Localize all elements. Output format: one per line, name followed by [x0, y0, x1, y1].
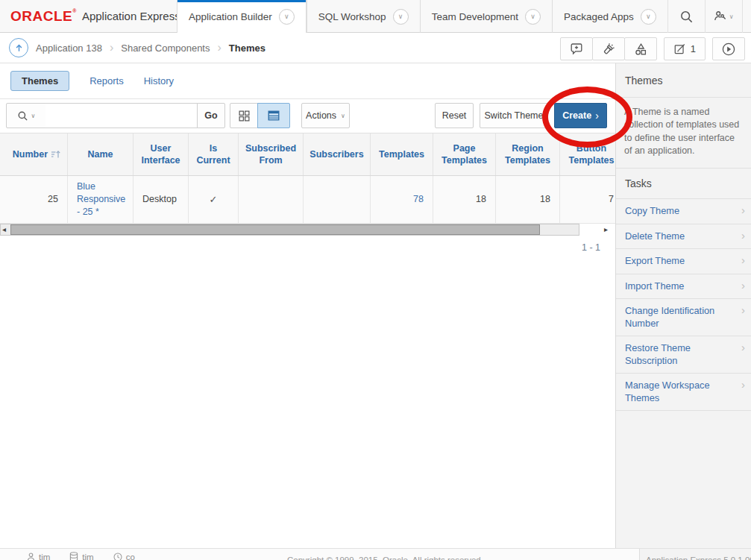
- cell-subscribed-from: [239, 176, 304, 223]
- global-search-button[interactable]: [667, 0, 705, 33]
- chevron-right-icon: ›: [741, 379, 745, 391]
- task-export-theme[interactable]: Export Theme ›: [616, 249, 751, 274]
- chevron-down-icon[interactable]: ∨: [525, 9, 541, 25]
- chevron-down-icon[interactable]: ∨: [641, 9, 656, 25]
- create-button[interactable]: Create ›: [554, 103, 607, 128]
- themes-report: Number Name User Interface Is Current Su…: [0, 133, 615, 224]
- task-manage-workspace-themes[interactable]: Manage Workspace Themes ›: [616, 374, 751, 411]
- horizontal-scrollbar[interactable]: ◂ ▸: [0, 224, 615, 237]
- tab-team-development[interactable]: Team Development ∨: [420, 0, 552, 33]
- shared-components-button[interactable]: [624, 37, 657, 60]
- column-header-button-templates[interactable]: Button Templates: [560, 133, 615, 175]
- column-header-templates[interactable]: Templates: [371, 133, 433, 175]
- chevron-right-icon: ›: [741, 304, 745, 317]
- oracle-brand-text: ORACLE®: [10, 8, 77, 25]
- reset-button[interactable]: Reset: [435, 103, 474, 128]
- column-header-page-templates[interactable]: Page Templates: [433, 133, 496, 175]
- breadcrumb-application[interactable]: Application 138: [36, 43, 102, 54]
- column-header-subscribers[interactable]: Subscribers: [304, 133, 371, 175]
- cell-page-templates: 18: [433, 176, 496, 223]
- feedback-button[interactable]: [560, 37, 593, 60]
- shapes-icon: [634, 43, 647, 56]
- search-icon: [679, 10, 694, 24]
- chevron-right-icon: ›: [741, 230, 745, 242]
- breadcrumb-actions: 1: [560, 37, 745, 60]
- task-import-theme[interactable]: Import Theme ›: [616, 274, 751, 300]
- tab-themes[interactable]: Themes: [10, 71, 69, 91]
- scroll-right-arrow-icon[interactable]: ▸: [604, 225, 608, 234]
- tab-packaged-apps[interactable]: Packaged Apps ∨: [552, 0, 667, 33]
- scroll-left-arrow-icon[interactable]: ◂: [2, 225, 6, 234]
- sidebar-description: A Theme is a named collection of templat…: [616, 98, 751, 169]
- search-input[interactable]: [45, 103, 198, 128]
- tab-reports[interactable]: Reports: [89, 75, 124, 86]
- task-change-identification-number[interactable]: Change Identification Number ›: [616, 299, 751, 336]
- chevron-down-icon[interactable]: ∨: [393, 9, 409, 25]
- report-view-button[interactable]: [257, 103, 290, 128]
- search-icon: [17, 110, 28, 122]
- chevron-down-icon: ∨: [729, 13, 734, 20]
- cell-templates: 78: [371, 176, 433, 223]
- help-menu-button[interactable]: ? ∨: [742, 0, 751, 33]
- registered-mark: ®: [72, 8, 77, 13]
- footer-schema-value: tim: [82, 553, 93, 560]
- report-toolbar: ∨ Go Actions ∨ Reset Switch Theme C: [0, 99, 615, 133]
- icon-view-button[interactable]: [230, 103, 259, 128]
- column-header-region-templates[interactable]: Region Templates: [496, 133, 560, 175]
- chevron-down-icon[interactable]: ∨: [279, 9, 295, 25]
- create-label: Create: [562, 110, 591, 121]
- task-delete-theme[interactable]: Delete Theme ›: [616, 224, 751, 250]
- tab-label: Team Development: [432, 11, 518, 22]
- report-view-icon: [268, 110, 280, 122]
- chevron-right-icon: ›: [741, 254, 745, 267]
- footer: tim tim co Copyright © 1999, 2015, Oracl…: [0, 548, 751, 560]
- chevron-right-icon: ›: [741, 280, 745, 292]
- tab-history[interactable]: History: [144, 75, 174, 86]
- cell-region-templates: 18: [496, 176, 560, 223]
- scrollbar-thumb[interactable]: [10, 224, 540, 235]
- feedback-balloon-icon: [570, 43, 583, 56]
- column-header-name[interactable]: Name: [68, 133, 133, 175]
- chevron-glyph: ∨: [398, 13, 403, 20]
- footer-schema: tim: [69, 552, 93, 560]
- column-header-label: Subscribers: [309, 148, 363, 160]
- edit-page-number: 1: [691, 43, 696, 54]
- tab-sql-workshop[interactable]: SQL Workshop ∨: [307, 0, 420, 33]
- column-header-is-current[interactable]: Is Current: [189, 133, 239, 175]
- cell-button-templates: 7: [560, 176, 615, 223]
- column-header-user-interface[interactable]: User Interface: [133, 133, 189, 175]
- actions-menu-button[interactable]: Actions ∨: [301, 103, 350, 128]
- column-header-number[interactable]: Number: [0, 133, 68, 175]
- templates-count-link[interactable]: 78: [413, 193, 424, 206]
- up-level-button[interactable]: [9, 38, 28, 57]
- switch-theme-button[interactable]: Switch Theme: [480, 103, 548, 128]
- apex-themes-page: ORACLE® Application Express Application …: [0, 0, 751, 560]
- tab-application-builder[interactable]: Application Builder ∨: [177, 0, 307, 33]
- go-button[interactable]: Go: [197, 103, 225, 128]
- tab-label: Packaged Apps: [564, 11, 634, 22]
- task-label: Export Theme: [625, 255, 685, 266]
- footer-session-info: tim tim co: [27, 552, 135, 560]
- edit-page-button[interactable]: 1: [664, 37, 706, 60]
- column-header-label: Button Templates: [565, 142, 615, 167]
- chevron-glyph: ∨: [646, 13, 651, 20]
- pagination-label: 1 - 1: [582, 242, 600, 253]
- database-icon: [69, 552, 78, 560]
- clock-icon: [113, 553, 122, 560]
- column-header-subscribed-from[interactable]: Subscribed From: [239, 133, 304, 175]
- administration-menu-button[interactable]: ∨: [705, 0, 742, 33]
- task-restore-theme-subscription[interactable]: Restore Theme Subscription ›: [616, 336, 751, 374]
- product-name: Application Express: [82, 10, 180, 22]
- task-label: Import Theme: [625, 280, 684, 292]
- run-application-button[interactable]: [712, 37, 745, 60]
- column-header-label: Subscribed From: [243, 142, 298, 167]
- chevron-down-icon: ∨: [341, 113, 345, 119]
- column-header-label: User Interface: [138, 142, 183, 167]
- theme-name-link[interactable]: Blue Responsive - 25 *: [77, 180, 125, 218]
- search-column-select-button[interactable]: ∨: [6, 103, 46, 128]
- cell-number: 25: [0, 176, 68, 223]
- column-header-label: Name: [87, 148, 113, 160]
- task-copy-theme[interactable]: Copy Theme ›: [616, 199, 751, 224]
- utilities-button[interactable]: [592, 37, 625, 60]
- breadcrumb-shared-components[interactable]: Shared Components: [121, 43, 210, 54]
